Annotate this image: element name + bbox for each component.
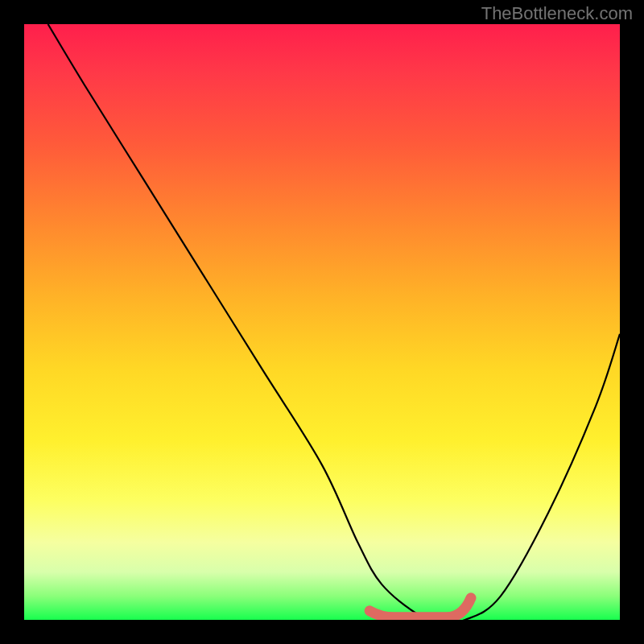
attribution-text: TheBottleneck.com	[481, 3, 633, 24]
curve-svg	[24, 24, 620, 620]
flat-zone-path	[369, 598, 471, 617]
plot-area	[24, 24, 620, 620]
bottleneck-curve-path	[48, 24, 620, 620]
